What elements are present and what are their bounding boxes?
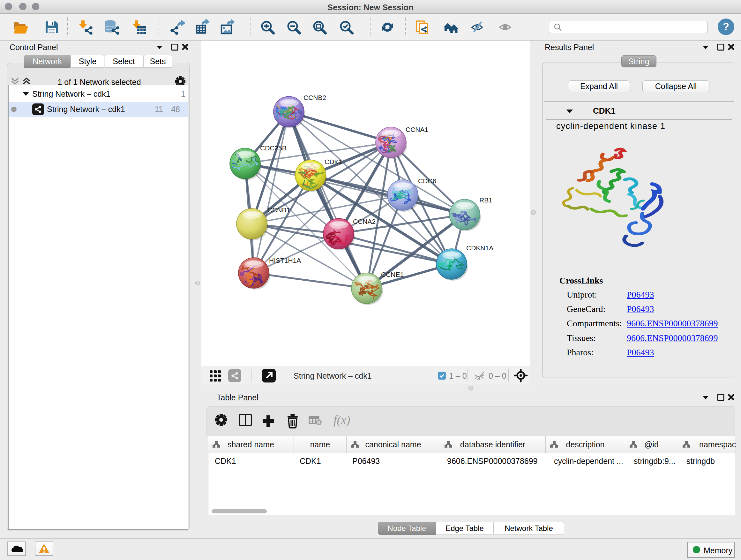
svg-text:CDC25B: CDC25B xyxy=(260,144,286,152)
svg-text:CCNB2: CCNB2 xyxy=(304,94,326,101)
svg-text:CDC6: CDC6 xyxy=(418,177,436,185)
svg-text:CDKN1A: CDKN1A xyxy=(466,244,493,252)
svg-text:CDK1: CDK1 xyxy=(325,158,342,165)
svg-text:CCNA2: CCNA2 xyxy=(353,218,376,225)
svg-text:CCNB1: CCNB1 xyxy=(267,206,290,213)
svg-text:RB1: RB1 xyxy=(479,196,492,204)
svg-text:CCNA1: CCNA1 xyxy=(406,126,428,133)
svg-text:f(x): f(x) xyxy=(333,413,350,427)
svg-text:CCNE1: CCNE1 xyxy=(381,271,404,278)
svg-text:HIST1H1A: HIST1H1A xyxy=(269,257,301,264)
